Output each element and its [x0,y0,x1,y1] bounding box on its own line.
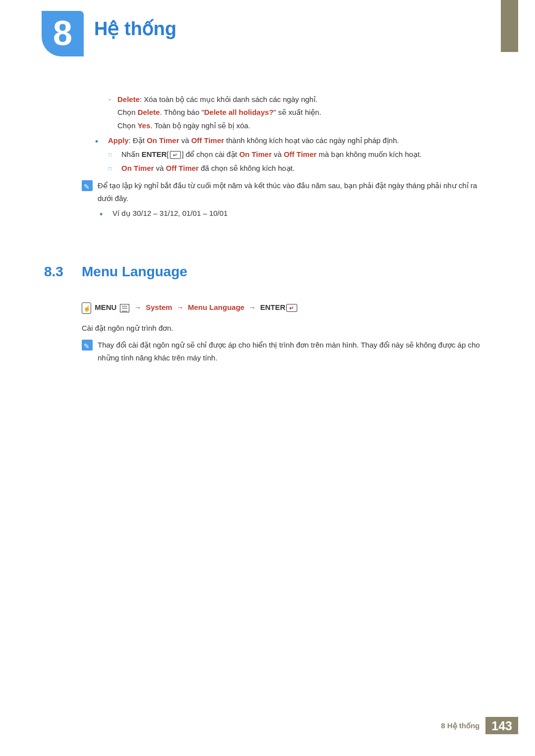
chapter-badge: 8 [42,11,84,56]
nav-path: MENU → System → Menu Language → ENTER [82,301,490,314]
note-example: Ví dụ 30/12 – 31/12, 01/01 – 10/01 [112,207,490,220]
chapter-number: 8 [42,11,84,55]
content-area: Delete: Xóa toàn bộ các mục khỏi danh sá… [82,93,490,364]
section-paragraph: Cài đặt ngôn ngữ trình đơn. [82,322,490,335]
note-icon [82,340,93,351]
enter-subitem: Nhấn ENTER[] để chọn cài đặt On Timer và… [121,148,490,161]
chosen-subitem: On Timer và Off Timer đã chọn sẽ không k… [121,162,490,175]
delete-line3: Chọn Yes. Toàn bộ ngày nghỉ sẽ bị xóa. [117,119,490,132]
section-header: 8.3 Menu Language [44,259,490,284]
delete-label: Delete [117,95,140,103]
section-number: 8.3 [44,259,82,284]
hand-icon [82,302,91,314]
enter-icon [170,151,181,159]
chapter-title: Hệ thống [94,18,176,40]
footer-page-number: 143 [485,717,518,734]
footer: 8 Hệ thống 143 [441,717,518,734]
section-title: Menu Language [82,259,187,284]
note-text-1: Để tạo lập kỳ nghỉ bắt đầu từ cuối một n… [98,179,490,220]
note-block-1: Để tạo lập kỳ nghỉ bắt đầu từ cuối một n… [82,180,490,220]
note-text-2: Thay đổi cài đặt ngôn ngữ sẽ chỉ được áp… [98,339,490,365]
delete-line2: Chọn Delete. Thông báo "Delete all holid… [117,106,490,119]
footer-label: 8 Hệ thống [441,721,485,730]
note-icon [82,180,93,191]
top-right-bar [501,0,518,52]
note-block-2: Thay đổi cài đặt ngôn ngữ sẽ chỉ được áp… [82,340,490,365]
apply-item: Apply: Đặt On Timer và Off Timer thành k… [108,134,490,147]
menu-icon [120,304,129,312]
delete-item: Delete: Xóa toàn bộ các mục khỏi danh sá… [117,93,490,106]
enter-icon [286,304,297,312]
delete-desc: : Xóa toàn bộ các mục khỏi danh sách các… [140,95,318,103]
